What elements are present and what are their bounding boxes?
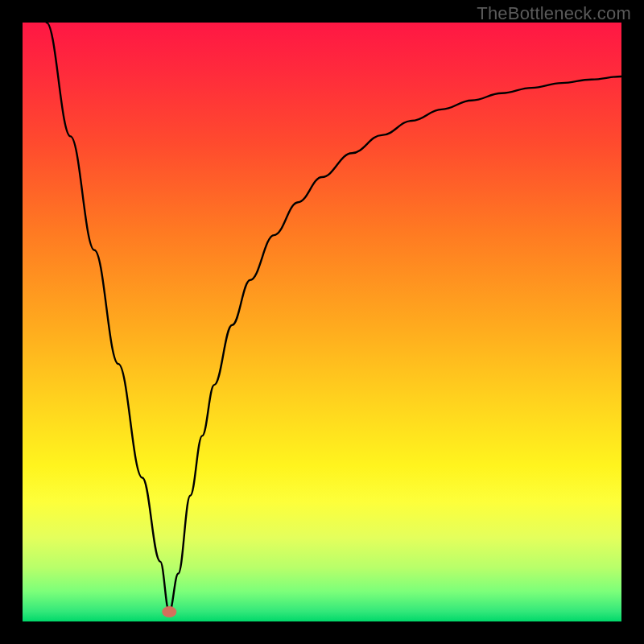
bottleneck-chart [23, 23, 621, 621]
gradient-background [23, 23, 621, 621]
watermark-text: TheBottleneck.com [477, 3, 631, 24]
optimum-marker [162, 606, 176, 617]
chart-frame [0, 0, 644, 644]
